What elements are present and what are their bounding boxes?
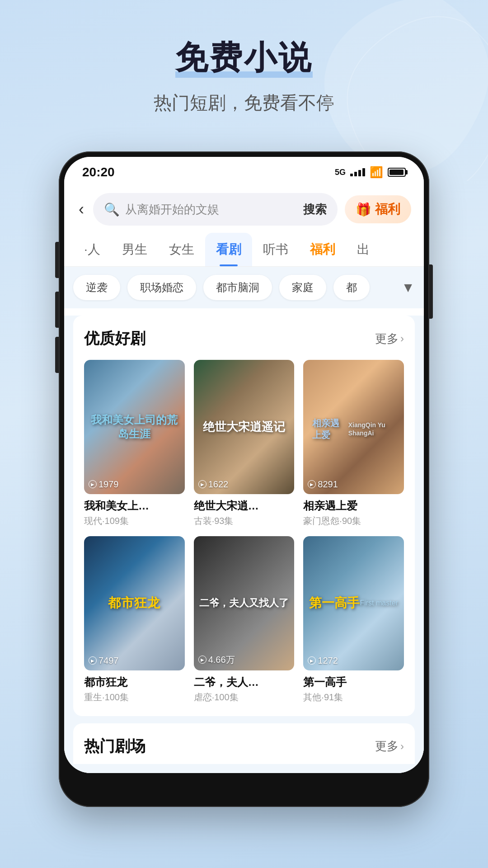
drama-thumb-1: 我和美女上司的荒岛生涯 ▶ 1979 [84,360,185,494]
sub-title: 热门短剧，免费看不停 [154,90,334,115]
signal-bar-4 [362,168,365,176]
drama-thumb-text-2: 绝世大宋逍遥记 [194,360,295,494]
search-bar[interactable]: 🔍 从离婚开始的文娱 搜索 [93,193,338,226]
more-label: 更多 [375,331,399,347]
content-area: 优质好剧 更多 › 我和美女上司的荒岛生涯 [64,316,424,773]
main-title: 免费小说 [175,36,313,80]
tab-friends[interactable]: ·人 [73,233,111,266]
play-count-text-2: 1622 [208,479,229,490]
drama-meta-5: 虐恋·100集 [194,691,295,703]
status-bar: 20:20 5G 📶 [64,157,424,184]
drama-thumb-6: 第一高手First master ▶ 1272 [303,536,404,670]
play-count-2: ▶ 1622 [198,479,229,490]
phone-wrapper: 20:20 5G 📶 [59,151,429,807]
play-icon-6: ▶ [308,656,316,665]
play-count-5: ▶ 4.66万 [198,654,235,666]
drama-item-2[interactable]: 绝世大宋逍遥记 ▶ 1622 绝世大宋逍… 古装·93集 [194,360,295,527]
drama-thumb-text-5: 二爷，夫人又找人了 [194,536,295,670]
tab-out[interactable]: 出 [346,233,380,266]
filter-tag-urban[interactable]: 都市脑洞 [203,275,272,300]
drama-grid: 我和美女上司的荒岛生涯 ▶ 1979 我和美女上… 现代·109集 [84,360,404,703]
play-count-text-3: 8291 [318,479,338,490]
more-arrow-icon: › [400,332,404,345]
play-icon-3: ▶ [308,480,316,488]
filter-tag-family[interactable]: 家庭 [279,275,326,300]
drama-item-3[interactable]: 相亲遇上爱XiangQin Yu ShangAi ▶ 8291 相亲遇上爱 豪门… [303,360,404,527]
drama-meta-1: 现代·109集 [84,515,185,527]
search-button[interactable]: 搜索 [303,202,327,217]
app-content: ‹ 🔍 从离婚开始的文娱 搜索 🎁 福利 ·人 男生 女生 [64,184,424,773]
play-icon-1: ▶ [89,480,97,488]
drama-meta-4: 重生·100集 [84,691,185,703]
battery-fill [389,170,404,175]
signal-bar-3 [358,170,361,176]
drama-item-6[interactable]: 第一高手First master ▶ 1272 第一高手 其他·91集 [303,536,404,703]
hot-more-label: 更多 [375,738,399,754]
drama-thumb-3: 相亲遇上爱XiangQin Yu ShangAi ▶ 8291 [303,360,404,494]
drama-thumb-text-4: 都市狂龙 [84,536,185,670]
welfare-label: 福利 [375,201,400,218]
tab-listen[interactable]: 听书 [252,233,299,266]
status-time: 20:20 [82,165,115,179]
drama-name-1: 我和美女上… [84,499,185,513]
drama-thumb-2: 绝世大宋逍遥记 ▶ 1622 [194,360,295,494]
drama-thumb-text-6: 第一高手First master [303,536,404,670]
tab-female[interactable]: 女生 [158,233,205,266]
header-area: ‹ 🔍 从离婚开始的文娱 搜索 🎁 福利 [64,184,424,233]
play-count-text-4: 7497 [99,656,119,666]
signal-bar-1 [350,174,353,176]
top-section: 免费小说 热门短剧，免费看不停 [0,0,488,133]
quality-dramas-section: 优质好剧 更多 › 我和美女上司的荒岛生涯 [73,316,415,716]
nav-tabs: ·人 男生 女生 看剧 听书 福利 出 [64,233,424,267]
drama-item-5[interactable]: 二爷，夫人又找人了 ▶ 4.66万 二爷，夫人… 虐恋·100集 [194,536,295,703]
filter-tag-more[interactable]: 都 [333,275,370,300]
search-icon: 🔍 [104,202,120,217]
hot-dramas-section: 热门剧场 更多 › [73,723,415,764]
drama-name-4: 都市狂龙 [84,675,185,689]
more-button[interactable]: 更多 › [375,331,404,347]
gift-icon: 🎁 [356,202,371,217]
drama-meta-2: 古装·93集 [194,515,295,527]
drama-meta-6: 其他·91集 [303,691,404,703]
tab-male[interactable]: 男生 [111,233,158,266]
filter-tag-workplace[interactable]: 职场婚恋 [127,275,196,300]
phone-frame: 20:20 5G 📶 [59,151,429,807]
battery-icon [388,168,406,177]
phone-screen: 20:20 5G 📶 [64,157,424,773]
play-icon-4: ▶ [89,656,97,665]
drama-item-1[interactable]: 我和美女上司的荒岛生涯 ▶ 1979 我和美女上… 现代·109集 [84,360,185,527]
drama-name-3: 相亲遇上爱 [303,499,404,513]
drama-name-2: 绝世大宋逍… [194,499,295,513]
filter-area: 逆袭 职场婚恋 都市脑洞 家庭 都 ▼ [64,267,424,308]
tab-welfare[interactable]: 福利 [299,233,346,266]
drama-name-6: 第一高手 [303,675,404,689]
drama-name-5: 二爷，夫人… [194,675,295,689]
filter-tag-counterattack[interactable]: 逆袭 [73,275,120,300]
section-header: 优质好剧 更多 › [84,328,404,349]
filter-icon[interactable]: ▼ [401,280,415,295]
play-count-text-5: 4.66万 [208,654,235,666]
play-icon-5: ▶ [198,656,206,664]
section-title: 优质好剧 [84,328,145,349]
hot-more-button[interactable]: 更多 › [375,738,404,754]
drama-thumb-5: 二爷，夫人又找人了 ▶ 4.66万 [194,536,295,670]
5g-icon: 5G [335,168,346,177]
hot-dramas-title: 热门剧场 [84,736,145,757]
drama-item-4[interactable]: 都市狂龙 ▶ 7497 都市狂龙 重生·100集 [84,536,185,703]
play-count-6: ▶ 1272 [308,656,338,666]
play-count-4: ▶ 7497 [89,656,119,666]
play-count-text-6: 1272 [318,656,338,666]
status-icons: 5G 📶 [335,166,406,179]
drama-thumb-4: 都市狂龙 ▶ 7497 [84,536,185,670]
search-input-text[interactable]: 从离婚开始的文娱 [125,202,298,217]
drama-meta-3: 豪门恩怨·90集 [303,515,404,527]
drama-thumb-text-3: 相亲遇上爱XiangQin Yu ShangAi [308,364,404,494]
tab-watch[interactable]: 看剧 [205,233,252,266]
welfare-button[interactable]: 🎁 福利 [345,195,411,223]
play-icon-2: ▶ [198,480,206,488]
play-count-3: ▶ 8291 [308,479,338,490]
signal-bar-2 [354,172,357,176]
back-button[interactable]: ‹ [77,198,86,221]
drama-thumb-text-1: 我和美女上司的荒岛生涯 [84,360,185,494]
play-count-1: ▶ 1979 [89,479,119,490]
